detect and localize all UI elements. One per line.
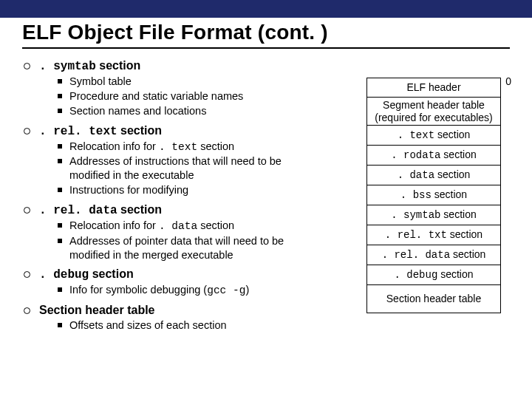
list-item: Addresses of instructions that will need…	[58, 154, 319, 183]
heading-rest: section	[117, 124, 162, 137]
heading-rest: section	[89, 267, 133, 280]
diagram-cell-reltxt: . rel. txt section	[366, 225, 501, 245]
list-item: Addresses of pointer data that will need…	[58, 234, 319, 262]
diagram-cell-debug: . debug section	[366, 265, 501, 285]
heading-rest: section	[96, 59, 140, 72]
list-item: Relocation info for . text section	[58, 140, 319, 154]
section-reldata: . rel. data section Relocation info for …	[24, 203, 319, 262]
title-underline	[22, 47, 510, 49]
content-column: . symtab section Symbol table Procedure …	[24, 59, 319, 338]
sub-list: Symbol table Procedure and static variab…	[58, 75, 319, 118]
diagram-cell-section-header: Section header table	[366, 285, 501, 313]
diagram-cell-text: . text section	[366, 126, 501, 146]
section-heading: . rel. data section	[24, 203, 319, 217]
diagram-cell-elf-header: ELF header	[366, 78, 501, 98]
list-item: Relocation info for . data section	[58, 219, 319, 233]
section-heading: Section header table	[24, 304, 319, 317]
list-item: Info for symbolic debugging (gcc -g)	[58, 283, 319, 298]
section-symtab: . symtab section Symbol table Procedure …	[24, 59, 319, 118]
diagram-cell-symtab: . symtab section	[366, 205, 501, 225]
diagram-cell-reldata: . rel. data section	[366, 245, 501, 265]
list-item: Instructions for modifying	[58, 183, 319, 197]
list-item: Symbol table	[58, 75, 319, 89]
heading-code: . debug	[39, 268, 89, 282]
hollow-bullet-icon	[24, 271, 30, 278]
section-reltext: . rel. text section Relocation info for …	[24, 124, 319, 197]
heading-rest: Section header table	[39, 304, 155, 317]
offset-zero-label: 0	[505, 75, 511, 87]
sub-list: Offsets and sizes of each section	[58, 318, 319, 332]
section-heading: . symtab section	[24, 59, 319, 73]
sub-list: Info for symbolic debugging (gcc -g)	[58, 283, 319, 298]
heading-code: . symtab	[39, 60, 96, 73]
hollow-bullet-icon	[24, 63, 30, 69]
hollow-bullet-icon	[24, 307, 30, 314]
diagram-cell-bss: . bss section	[366, 185, 501, 205]
list-item: Section names and locations	[58, 104, 319, 118]
hollow-bullet-icon	[24, 128, 30, 134]
section-debug: . debug section Info for symbolic debugg…	[24, 267, 319, 298]
section-header-table: Section header table Offsets and sizes o…	[24, 304, 319, 332]
heading-code: . rel. data	[39, 204, 117, 217]
list-item: Offsets and sizes of each section	[58, 318, 319, 332]
list-item: Procedure and static variable names	[58, 89, 319, 103]
title-bar	[0, 0, 532, 18]
sub-list: Relocation info for . data section Addre…	[58, 219, 319, 262]
sub-list: Relocation info for . text section Addre…	[58, 140, 319, 197]
heading-code: . rel. text	[39, 125, 117, 138]
slide-title: ELF Object File Format (cont. )	[0, 18, 532, 46]
section-heading: . debug section	[24, 267, 319, 282]
diagram-cell-segment-header: Segment header table (required for execu…	[366, 98, 501, 126]
diagram-cell-rodata: . rodata section	[366, 146, 501, 166]
elf-diagram: 0 ELF header Segment header table (requi…	[366, 78, 501, 313]
diagram-cell-data: . data section	[366, 166, 501, 185]
hollow-bullet-icon	[24, 207, 30, 214]
section-heading: . rel. text section	[24, 124, 319, 138]
heading-rest: section	[117, 203, 162, 216]
